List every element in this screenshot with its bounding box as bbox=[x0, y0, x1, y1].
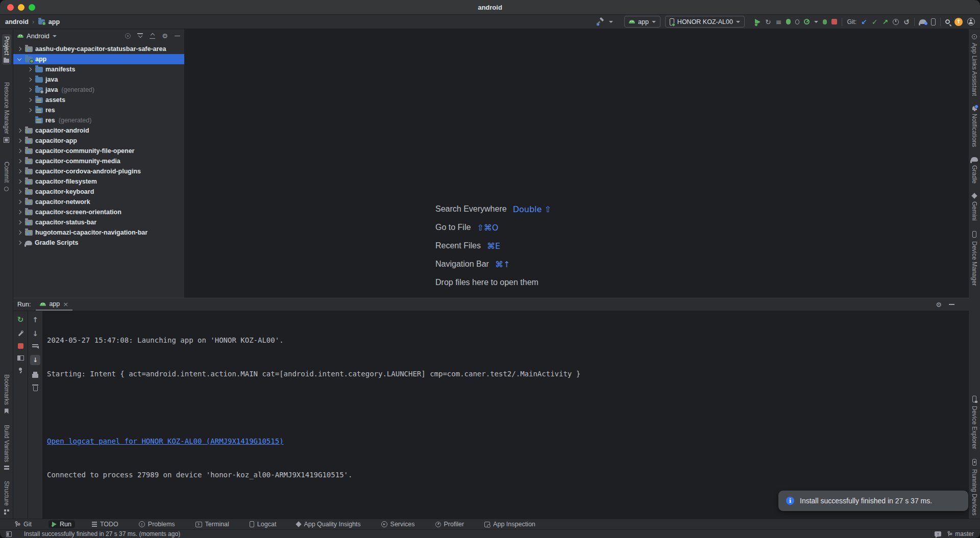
chevron-right-icon[interactable] bbox=[16, 46, 22, 52]
locate-file-icon[interactable] bbox=[125, 33, 131, 39]
hide-panel-icon[interactable] bbox=[949, 304, 954, 305]
profiler-dropdown-icon[interactable] bbox=[814, 21, 818, 23]
tree-item[interactable]: hugotomazi-capacitor-navigation-bar bbox=[13, 227, 184, 238]
hide-panel-icon[interactable] bbox=[175, 36, 180, 37]
tree-item[interactable]: java bbox=[13, 74, 184, 85]
device-selector-combo[interactable]: HONOR KOZ-AL00 bbox=[665, 16, 745, 28]
tree-item[interactable]: Gradle Scripts bbox=[13, 238, 184, 248]
chevron-right-icon[interactable] bbox=[16, 158, 22, 164]
chevron-right-icon[interactable] bbox=[16, 148, 22, 154]
settings-gear-icon[interactable]: ⚙ bbox=[936, 301, 942, 308]
apply-changes-button[interactable]: ↻ bbox=[765, 18, 771, 25]
tree-item[interactable]: capacitor-status-bar bbox=[13, 217, 184, 227]
toolwindow-button-problems[interactable]: ! Problems bbox=[135, 520, 179, 528]
toolwindow-button-todo[interactable]: TODO bbox=[88, 520, 122, 528]
chevron-right-icon[interactable] bbox=[27, 66, 33, 72]
tree-item-selected[interactable]: app bbox=[13, 54, 184, 64]
settings-gear-icon[interactable]: ⚙ bbox=[162, 33, 168, 39]
run-tab-app[interactable]: app × bbox=[36, 298, 72, 311]
chevron-right-icon[interactable] bbox=[16, 138, 22, 144]
notifications-status-icon[interactable]: ! bbox=[935, 531, 941, 536]
chevron-right-icon[interactable] bbox=[16, 199, 22, 205]
chevron-right-icon[interactable] bbox=[16, 168, 22, 174]
profiler-button[interactable] bbox=[804, 19, 810, 24]
stripe-tab-structure[interactable]: Structure bbox=[2, 479, 11, 517]
run-configuration-combo[interactable]: app bbox=[624, 16, 660, 28]
device-mirroring-button[interactable] bbox=[931, 18, 936, 25]
build-hammer-icon[interactable] bbox=[597, 18, 604, 25]
collapse-all-icon[interactable] bbox=[150, 33, 155, 39]
attach-debugger-button[interactable] bbox=[795, 19, 799, 24]
pin-tab-button[interactable] bbox=[17, 367, 23, 373]
tree-item[interactable]: java(generated) bbox=[13, 85, 184, 95]
titlebar[interactable]: android bbox=[0, 0, 980, 15]
up-stack-trace-button[interactable]: ↑ bbox=[32, 316, 38, 323]
close-window-button[interactable] bbox=[7, 4, 14, 11]
stripe-tab-gemini[interactable]: Gemini bbox=[970, 192, 979, 223]
status-message[interactable]: Install successfully finished in 27 s 37… bbox=[24, 530, 180, 537]
update-available-button[interactable]: ↑ bbox=[954, 18, 963, 26]
minimize-window-button[interactable] bbox=[18, 4, 24, 11]
tree-item[interactable]: capacitor-community-media bbox=[13, 156, 184, 166]
chevron-right-icon[interactable] bbox=[27, 97, 33, 103]
stripe-tab-running-devices[interactable]: Running Devices bbox=[970, 457, 979, 518]
breadcrumb-project[interactable]: android bbox=[5, 18, 29, 25]
chevron-right-icon[interactable] bbox=[16, 178, 22, 185]
git-push-button[interactable]: ↗ bbox=[883, 18, 889, 25]
tree-item[interactable]: assets bbox=[13, 95, 184, 105]
tree-item[interactable]: capacitor-community-file-opener bbox=[13, 146, 184, 156]
chevron-right-icon[interactable] bbox=[16, 240, 22, 246]
maximize-window-button[interactable] bbox=[29, 4, 35, 11]
down-stack-trace-button[interactable]: ↓ bbox=[32, 330, 38, 337]
toolwindow-button-run[interactable]: Run bbox=[48, 520, 75, 528]
breadcrumb-module[interactable]: app bbox=[48, 18, 60, 25]
clear-all-button[interactable] bbox=[33, 386, 38, 391]
toolwindow-button-app-inspection[interactable]: App Inspection bbox=[481, 520, 539, 528]
edit-configuration-button[interactable] bbox=[17, 330, 23, 337]
chevron-right-icon[interactable] bbox=[27, 87, 33, 93]
stripe-tab-bookmarks[interactable]: Bookmarks bbox=[2, 372, 11, 416]
git-commit-button[interactable]: ✓ bbox=[872, 18, 878, 25]
tree-item[interactable]: capacitor-screen-orientation bbox=[13, 207, 184, 217]
run-button[interactable] bbox=[755, 19, 761, 25]
chevron-right-icon[interactable] bbox=[16, 229, 22, 236]
stripe-tab-device-explorer[interactable]: Device Explorer bbox=[970, 394, 979, 451]
git-branch-widget[interactable]: master bbox=[947, 530, 974, 537]
expand-all-icon[interactable] bbox=[137, 33, 143, 39]
tree-item[interactable]: capacitor-keyboard bbox=[13, 187, 184, 197]
toolwindow-button-profiler[interactable]: Profiler bbox=[432, 520, 468, 528]
print-button[interactable] bbox=[32, 374, 38, 378]
stripe-tab-gradle[interactable]: Gradle bbox=[970, 155, 979, 186]
apply-code-changes-button[interactable]: ≡ bbox=[776, 18, 782, 25]
gradle-sync-button[interactable] bbox=[919, 19, 926, 24]
tree-item[interactable]: manifests bbox=[13, 64, 184, 74]
user-avatar[interactable] bbox=[967, 18, 975, 25]
build-dropdown-icon[interactable] bbox=[609, 21, 613, 23]
tree-item[interactable]: aashu-dubey-capacitor-statusbar-safe-are… bbox=[13, 44, 184, 54]
tool-window-switcher-icon[interactable] bbox=[6, 531, 12, 537]
stripe-tab-commit[interactable]: Commit bbox=[2, 160, 11, 193]
stripe-tab-device-manager[interactable]: Device Manager bbox=[970, 229, 979, 288]
stripe-tab-build-variants[interactable]: Build Variants bbox=[2, 423, 11, 472]
toolwindow-button-git[interactable]: Git bbox=[11, 520, 35, 528]
tree-item[interactable]: capacitor-network bbox=[13, 197, 184, 207]
git-history-button[interactable] bbox=[893, 19, 899, 25]
stripe-tab-app-links-assistant[interactable]: App Links Assistant bbox=[970, 32, 979, 98]
toolwindow-button-logcat[interactable]: Logcat bbox=[246, 520, 280, 528]
toolwindow-button-services[interactable]: Services bbox=[378, 520, 419, 528]
project-view-selector[interactable]: Android bbox=[27, 32, 50, 40]
chevron-down-icon[interactable] bbox=[16, 56, 22, 62]
stop-process-button[interactable] bbox=[18, 343, 23, 349]
tree-item[interactable]: res(generated) bbox=[13, 115, 184, 125]
stripe-tab-project[interactable]: Project bbox=[2, 34, 11, 65]
chevron-right-icon[interactable] bbox=[16, 189, 22, 195]
git-update-button[interactable]: ↙ bbox=[861, 18, 867, 25]
scroll-to-end-button[interactable]: ↓ bbox=[30, 355, 40, 365]
restore-layout-button[interactable] bbox=[17, 355, 24, 361]
rerun-button[interactable]: ↻ bbox=[17, 316, 24, 324]
project-view-dropdown-icon[interactable] bbox=[53, 35, 57, 37]
chevron-right-icon[interactable] bbox=[16, 209, 22, 215]
stop-button[interactable] bbox=[831, 19, 837, 24]
run-console[interactable]: 2024-05-27 15:47:08: Launching app on 'H… bbox=[43, 311, 580, 519]
tree-item[interactable]: capacitor-app bbox=[13, 136, 184, 146]
